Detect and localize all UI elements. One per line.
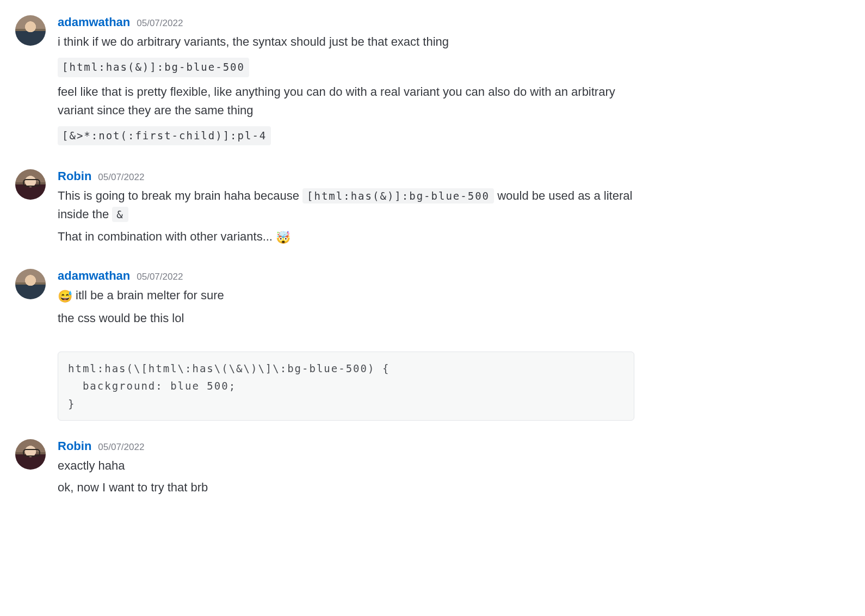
username[interactable]: adamwathan bbox=[58, 13, 130, 32]
message-header: Robin05/07/2022 bbox=[58, 437, 634, 455]
avatar[interactable] bbox=[15, 439, 46, 470]
text-span: This is going to break my brain haha bec… bbox=[58, 189, 302, 202]
chat-message[interactable]: adamwathan05/07/2022i think if we do arb… bbox=[15, 13, 850, 151]
avatar[interactable] bbox=[15, 269, 46, 299]
avatar[interactable] bbox=[15, 15, 46, 46]
username[interactable]: Robin bbox=[58, 437, 91, 455]
message-content: Robin05/07/2022This is going to break my… bbox=[58, 167, 634, 250]
username[interactable]: Robin bbox=[58, 167, 91, 186]
message-text: feel like that is pretty flexible, like … bbox=[58, 83, 634, 120]
text-span: That in combination with other variants.… bbox=[58, 230, 276, 243]
inline-code: [html:has(&)]:bg-blue-500 bbox=[302, 188, 494, 204]
message-text: i think if we do arbitrary variants, the… bbox=[58, 33, 634, 51]
emoji-icon: 😅 bbox=[58, 289, 72, 303]
avatar[interactable] bbox=[15, 169, 46, 200]
text-span: itll be a brain melter for sure bbox=[72, 288, 224, 302]
message-text: That in combination with other variants.… bbox=[58, 227, 634, 247]
code-line: [&>*:not(:first-child)]:pl-4 bbox=[58, 123, 634, 151]
username[interactable]: adamwathan bbox=[58, 267, 130, 285]
message-content: adamwathan05/07/2022😅 itll be a brain me… bbox=[58, 267, 634, 421]
timestamp: 05/07/2022 bbox=[98, 440, 144, 454]
chat-message[interactable]: Robin05/07/2022exactly hahaok, now I wan… bbox=[15, 437, 850, 500]
message-content: Robin05/07/2022exactly hahaok, now I wan… bbox=[58, 437, 634, 500]
message-text: ok, now I want to try that brb bbox=[58, 478, 634, 497]
chat-log: adamwathan05/07/2022i think if we do arb… bbox=[15, 13, 850, 500]
chat-message[interactable]: Robin05/07/2022This is going to break my… bbox=[15, 167, 850, 250]
code-block: html:has(\[html\:has\(\&\)\]\:bg-blue-50… bbox=[58, 352, 634, 421]
message-header: Robin05/07/2022 bbox=[58, 167, 634, 186]
emoji-icon: 🤯 bbox=[276, 231, 291, 244]
code-line: [html:has(&)]:bg-blue-500 bbox=[58, 54, 634, 82]
message-header: adamwathan05/07/2022 bbox=[58, 13, 634, 32]
timestamp: 05/07/2022 bbox=[98, 170, 144, 184]
message-text: the css would be this lol bbox=[58, 309, 634, 328]
message-text: This is going to break my brain haha bec… bbox=[58, 187, 634, 224]
message-content: adamwathan05/07/2022i think if we do arb… bbox=[58, 13, 634, 151]
inline-code: & bbox=[112, 207, 128, 222]
inline-code: [&>*:not(:first-child)]:pl-4 bbox=[58, 126, 271, 145]
message-text: 😅 itll be a brain melter for sure bbox=[58, 286, 634, 306]
message-text: exactly haha bbox=[58, 457, 634, 475]
timestamp: 05/07/2022 bbox=[137, 16, 183, 30]
inline-code: [html:has(&)]:bg-blue-500 bbox=[58, 58, 249, 77]
timestamp: 05/07/2022 bbox=[137, 270, 183, 284]
message-header: adamwathan05/07/2022 bbox=[58, 267, 634, 285]
chat-message[interactable]: adamwathan05/07/2022😅 itll be a brain me… bbox=[15, 267, 850, 421]
